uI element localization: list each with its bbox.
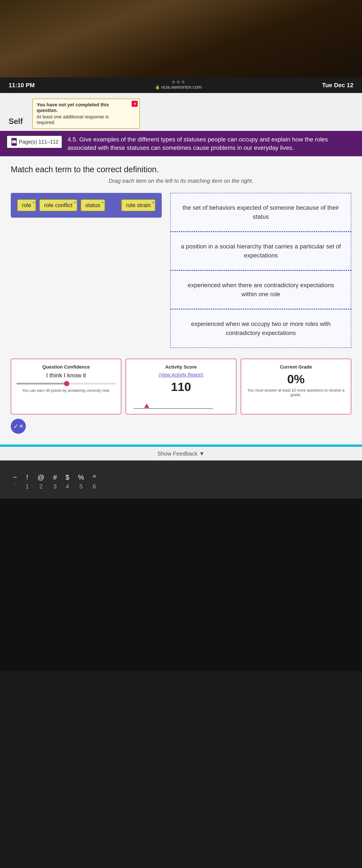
status-bar: 11:10 PM 🔒 ncia.wwnorton.com Tue Dec 12 xyxy=(0,78,362,93)
term-role-conflict[interactable]: role conflict + xyxy=(39,199,77,211)
definition-box-4[interactable]: experienced when we occupy two or more r… xyxy=(170,309,351,348)
bottom-space xyxy=(0,499,362,671)
score-chart xyxy=(131,396,231,409)
key-5[interactable]: % 5 xyxy=(78,473,84,490)
book-icon: 📖 xyxy=(11,138,17,146)
key-tilde[interactable]: ~ ` xyxy=(13,473,17,490)
key-4-symbol: 4 xyxy=(66,483,69,490)
key-3-symbol: 3 xyxy=(53,483,57,490)
key-2-symbol: 2 xyxy=(39,483,43,490)
status-bar-center: 🔒 ncia.wwnorton.com xyxy=(155,81,201,90)
stats-row: Question Confidence I think I know it Yo… xyxy=(11,359,351,414)
key-6[interactable]: ^ 6 xyxy=(93,473,96,490)
show-feedback-label: Show Feedback ▼ xyxy=(158,451,204,457)
keyboard-row: ~ ` ! 1 @ 2 # 3 $ 4 % 5 ^ 6 xyxy=(13,473,349,490)
current-grade-value: 0% xyxy=(287,372,304,386)
notification-line1: You have not yet completed this question… xyxy=(37,102,135,113)
dot-3 xyxy=(182,81,185,84)
definition-text-3: experienced when there are contradictory… xyxy=(179,281,342,299)
key-2[interactable]: @ 2 xyxy=(37,473,44,490)
page-reference-label: Page(s) 111–112 xyxy=(19,139,59,145)
page-reference-button[interactable]: 📖 Page(s) 111–112 xyxy=(6,135,62,149)
definition-box-3[interactable]: experienced when there are contradictory… xyxy=(170,270,351,309)
activity-score-card: Activity Score (View Activity Report) 11… xyxy=(126,359,236,414)
chart-line xyxy=(133,408,213,409)
match-subtitle: Drag each item on the left to its matchi… xyxy=(11,178,351,184)
term-role-label: role xyxy=(22,202,31,209)
key-3[interactable]: # 3 xyxy=(53,473,57,490)
main-content: Match each term to the correct definitio… xyxy=(0,156,362,442)
chart-arrow xyxy=(144,404,149,408)
term-role-strain-label: role strain xyxy=(126,202,151,209)
definition-text-4: experienced when we occupy two or more r… xyxy=(179,319,342,338)
browser-content: Self ✕ You have not yet completed this q… xyxy=(0,93,362,461)
confidence-note: You can earn 30 points by answering corr… xyxy=(22,389,110,393)
term-status[interactable]: status + xyxy=(81,199,105,211)
term-role-conflict-label: role conflict xyxy=(44,202,72,209)
check-x-button[interactable]: ✓ ✕ xyxy=(11,419,26,434)
lock-icon: 🔒 xyxy=(155,85,160,90)
definition-text-1: the set of behaviors expected of someone… xyxy=(179,203,342,221)
notification-close-button[interactable]: ✕ xyxy=(132,101,138,107)
key-hash-symbol: # xyxy=(53,473,57,482)
confidence-title: Question Confidence xyxy=(42,364,90,370)
self-label: Self xyxy=(4,115,27,128)
check-icon: ✓ xyxy=(13,423,18,430)
current-grade-card: Current Grade 0% You must answer at leas… xyxy=(241,359,351,414)
match-title: Match each term to the correct definitio… xyxy=(11,165,351,174)
key-5-symbol: 5 xyxy=(79,483,83,490)
key-6-symbol: 6 xyxy=(93,483,96,490)
dot-2 xyxy=(177,81,180,84)
camera-area xyxy=(0,0,362,78)
confidence-value: I think I know it xyxy=(46,372,86,379)
date-display: Tue Dec 12 xyxy=(322,82,353,89)
show-feedback-area: Show Feedback ▼ xyxy=(0,447,362,461)
url-text: ncia.wwnorton.com xyxy=(161,84,201,90)
confidence-slider[interactable] xyxy=(17,383,116,384)
action-row: ✓ ✕ xyxy=(11,419,351,434)
dot-1 xyxy=(172,81,175,84)
key-tilde-symbol: ~ xyxy=(13,473,17,482)
key-dollar-symbol: $ xyxy=(66,473,69,482)
url-bar[interactable]: 🔒 ncia.wwnorton.com xyxy=(155,84,201,90)
progress-bar xyxy=(0,444,362,447)
key-backtick-symbol: ` xyxy=(14,483,16,490)
plus-icon-role-strain: + xyxy=(152,200,154,205)
view-activity-report-link[interactable]: (View Activity Report) xyxy=(159,372,203,378)
plus-icon-role-conflict: + xyxy=(74,200,76,205)
definition-box-1[interactable]: the set of behaviors expected of someone… xyxy=(170,193,351,231)
notification-line2: At least one additional response is requ… xyxy=(37,114,135,125)
key-1-symbol: 1 xyxy=(26,483,29,490)
activity-score-title: Activity Score xyxy=(165,364,197,370)
slider-thumb xyxy=(64,381,69,386)
notification-banner: ✕ You have not yet completed this questi… xyxy=(32,99,140,129)
page-header: 📖 Page(s) 111–112 4.5. Give examples of … xyxy=(0,131,362,156)
x-icon: ✕ xyxy=(19,423,24,429)
match-area: role + role conflict + status + role str… xyxy=(11,193,351,348)
objective-text: 4.5. Give examples of the different type… xyxy=(68,135,356,152)
term-role[interactable]: role + xyxy=(17,199,36,211)
activity-score-value: 110 xyxy=(171,380,191,394)
key-at-symbol: @ xyxy=(37,473,44,482)
keyboard-area: ~ ` ! 1 @ 2 # 3 $ 4 % 5 ^ 6 xyxy=(0,461,362,499)
plus-icon-role: + xyxy=(33,200,35,205)
term-status-label: status xyxy=(86,202,100,209)
definitions-panel: the set of behaviors expected of someone… xyxy=(170,193,351,348)
key-1[interactable]: ! 1 xyxy=(26,473,29,490)
definition-text-2: a position in a social hierarchy that ca… xyxy=(179,242,342,260)
top-bar: Self ✕ You have not yet completed this q… xyxy=(0,93,362,129)
plus-icon-status: + xyxy=(102,200,104,205)
current-grade-note: You must answer at least 10 more questio… xyxy=(246,388,345,397)
key-percent-symbol: % xyxy=(78,473,84,482)
current-grade-title: Current Grade xyxy=(280,364,312,370)
confidence-card: Question Confidence I think I know it Yo… xyxy=(11,359,121,414)
key-exclaim-symbol: ! xyxy=(26,473,28,482)
term-role-strain[interactable]: role strain + xyxy=(121,199,155,211)
key-caret-symbol: ^ xyxy=(93,473,96,482)
definition-box-2[interactable]: a position in a social hierarchy that ca… xyxy=(170,231,351,270)
key-4[interactable]: $ 4 xyxy=(66,473,69,490)
status-dots xyxy=(172,81,185,84)
time-display: 11:10 PM xyxy=(9,82,35,89)
terms-panel: role + role conflict + status + role str… xyxy=(11,193,162,218)
